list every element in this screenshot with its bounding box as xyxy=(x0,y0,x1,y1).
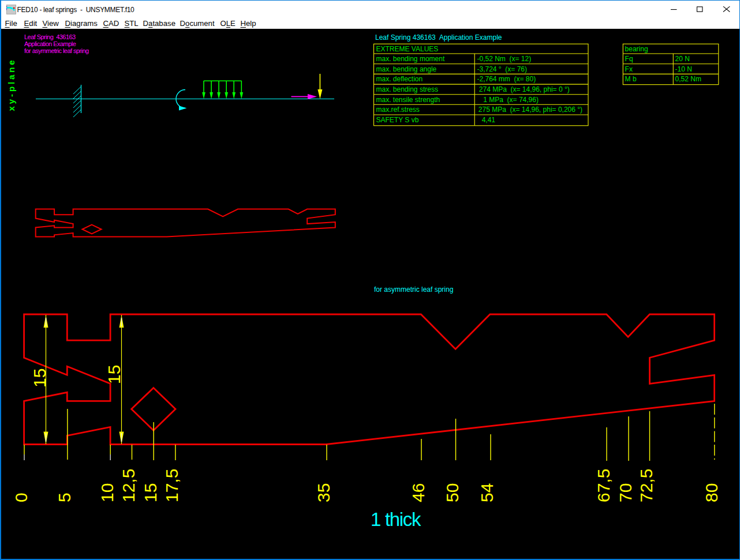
svg-text:0: 0 xyxy=(12,493,31,502)
svg-text:EXTREME VALUES: EXTREME VALUES xyxy=(376,45,439,53)
svg-text:-3,724 ° (x= 76): -3,724 ° (x= 76) xyxy=(477,65,528,73)
svg-text:10: 10 xyxy=(98,483,117,502)
svg-text:max. tensile strength: max. tensile strength xyxy=(376,96,440,104)
svg-text:-0,52 Nm (x= 12): -0,52 Nm (x= 12) xyxy=(477,55,532,63)
svg-text:0,52 Nm: 0,52 Nm xyxy=(675,75,701,83)
svg-text:Fq: Fq xyxy=(625,55,633,63)
svg-text:-2,764 mm (x= 80): -2,764 mm (x= 80) xyxy=(477,75,536,83)
svg-text:M b: M b xyxy=(625,75,637,83)
svg-text:for asymmetric leaf spring: for asymmetric leaf spring xyxy=(374,285,453,294)
svg-text:12,5: 12,5 xyxy=(119,469,138,502)
svg-text:72,5: 72,5 xyxy=(637,469,656,502)
svg-text:max. bending angle: max. bending angle xyxy=(376,65,437,73)
svg-text:15: 15 xyxy=(104,365,124,384)
svg-text:15: 15 xyxy=(141,483,160,502)
svg-text:54: 54 xyxy=(477,483,496,502)
svg-text:67,5: 67,5 xyxy=(594,469,613,502)
svg-text:1 MPa (x= 74,96): 1 MPa (x= 74,96) xyxy=(483,96,539,104)
svg-text:50: 50 xyxy=(443,483,462,502)
svg-text:46: 46 xyxy=(409,483,428,502)
svg-text:275 MPa (x= 14,96, phi= 0,206: 275 MPa (x= 14,96, phi= 0,206 °) xyxy=(479,106,582,114)
svg-text:for asymmetric leaf spring: for asymmetric leaf spring xyxy=(24,47,89,54)
svg-text:20 N: 20 N xyxy=(675,55,690,63)
svg-text:15: 15 xyxy=(30,369,49,388)
svg-text:70: 70 xyxy=(616,483,635,502)
svg-text:SAFETY S vb: SAFETY S vb xyxy=(376,116,419,124)
svg-text:Leaf Spring 436163 Applicatio: Leaf Spring 436163 Application Example xyxy=(375,33,502,42)
svg-text:17,5: 17,5 xyxy=(162,469,181,502)
svg-text:Fx: Fx xyxy=(625,65,633,73)
svg-text:4,41: 4,41 xyxy=(482,116,496,124)
svg-text:80: 80 xyxy=(702,483,721,502)
svg-text:max. bending moment: max. bending moment xyxy=(376,55,445,63)
svg-text:5: 5 xyxy=(55,493,74,502)
svg-text:Leaf Spring 436163: Leaf Spring 436163 xyxy=(24,33,76,40)
svg-text:max. bending stress: max. bending stress xyxy=(376,85,438,93)
svg-text:Application Example: Application Example xyxy=(24,40,76,47)
svg-text:274 MPa (x= 14,96, phi= 0 °): 274 MPa (x= 14,96, phi= 0 °) xyxy=(479,85,570,93)
svg-text:bearing: bearing xyxy=(625,45,648,53)
svg-text:1 thick: 1 thick xyxy=(371,509,421,530)
svg-text:xy-plane: xy-plane xyxy=(6,58,16,111)
svg-text:max.ref.stress: max.ref.stress xyxy=(376,106,420,114)
svg-text:35: 35 xyxy=(314,483,333,502)
svg-text:-10 N: -10 N xyxy=(675,65,692,73)
svg-text:max. deflection: max. deflection xyxy=(376,75,423,83)
